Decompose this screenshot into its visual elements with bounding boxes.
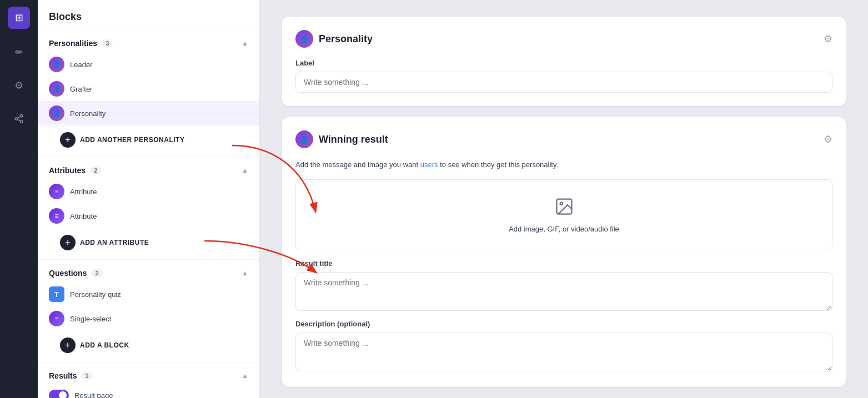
personalities-count: 3 — [102, 39, 113, 47]
sidebar-item-single-select[interactable]: ≡ Single-select ··· — [38, 306, 259, 331]
sidebar-item-result-page[interactable]: Result page ··· — [38, 385, 259, 398]
sidebar-item-personality[interactable]: 👤 Personality ··· — [38, 101, 259, 125]
text-icon: T — [49, 286, 64, 302]
card-title-group: 👤 Winning result — [295, 130, 388, 148]
svg-line-4 — [17, 117, 20, 118]
sidebar-item-leader[interactable]: 👤 Leader ··· — [38, 52, 259, 77]
questions-label: Questions — [49, 269, 87, 278]
sidebar: Blocks Personalities 3 ▲ 👤 Leader ··· 👤 … — [38, 0, 260, 398]
main-content: 👤 Personality ⚙ Label 👤 Winning result ⚙… — [260, 0, 868, 398]
personality-label-input[interactable] — [295, 72, 832, 93]
winning-result-description: Add the message and image you want users… — [295, 159, 832, 170]
winning-card-header: 👤 Winning result ⚙ — [295, 130, 832, 148]
add-personality-label: ADD ANOTHER PERSONALITY — [80, 136, 184, 144]
sidebar-item-attribute-2[interactable]: ≡ Attribute ··· — [38, 204, 259, 228]
add-icon: + — [60, 337, 76, 353]
section-personalities[interactable]: Personalities 3 ▲ — [38, 32, 259, 52]
chevron-up-icon: ▲ — [242, 269, 248, 277]
attributes-label: Attributes — [49, 166, 86, 175]
svg-line-3 — [17, 119, 20, 121]
svg-point-2 — [20, 120, 23, 123]
item-label: Personality quiz — [70, 290, 231, 299]
results-label: Results — [49, 371, 77, 380]
media-upload-area[interactable]: Add image, GIF, or video/audio file — [295, 179, 832, 250]
item-label: Single-select — [70, 315, 231, 323]
results-count: 1 — [82, 372, 93, 380]
card-title-group: 👤 Personality — [295, 30, 373, 48]
result-title-label: Result title — [295, 259, 832, 268]
add-another-personality-button[interactable]: + ADD ANOTHER PERSONALITY — [49, 128, 248, 152]
nav-icon-settings[interactable]: ⚙ — [9, 75, 29, 95]
add-attribute-label: ADD AN ATTRIBUTE — [80, 239, 149, 246]
item-label: Attribute — [70, 188, 231, 196]
sidebar-title: Blocks — [38, 0, 259, 32]
result-title-input[interactable] — [295, 272, 832, 311]
add-block-label: ADD A BLOCK — [80, 341, 129, 349]
description-input[interactable] — [295, 332, 832, 371]
divider — [38, 259, 259, 260]
person-icon: 👤 — [49, 105, 64, 121]
winning-result-card: 👤 Winning result ⚙ Add the message and i… — [282, 117, 846, 387]
section-attributes[interactable]: Attributes 2 ▲ — [38, 159, 259, 179]
svg-point-6 — [560, 202, 563, 205]
list-icon: ≡ — [49, 184, 64, 199]
personality-settings-button[interactable]: ⚙ — [824, 33, 832, 45]
person-icon: 👤 — [49, 81, 64, 97]
media-upload-label: Add image, GIF, or video/audio file — [509, 225, 619, 233]
item-label: Leader — [70, 61, 231, 69]
item-label: Attribute — [70, 212, 231, 220]
personality-card-icon: 👤 — [295, 30, 313, 48]
label-field-label: Label — [295, 59, 832, 67]
card-header: 👤 Personality ⚙ — [295, 30, 832, 48]
toggle-icon — [49, 390, 69, 398]
add-attribute-button[interactable]: + ADD AN ATTRIBUTE — [49, 230, 248, 255]
personalities-label: Personalities — [49, 39, 97, 48]
chevron-up-icon: ▲ — [242, 39, 248, 47]
personality-card: 👤 Personality ⚙ Label — [282, 17, 846, 106]
section-questions[interactable]: Questions 2 ▲ — [38, 262, 259, 282]
nav-icon-share[interactable] — [9, 109, 29, 129]
description-label: Description (optional) — [295, 320, 832, 328]
divider — [38, 157, 259, 157]
chevron-up-icon: ▲ — [242, 372, 248, 380]
winning-result-settings-button[interactable]: ⚙ — [824, 133, 832, 145]
section-results[interactable]: Results 1 ▲ — [38, 365, 259, 385]
svg-point-1 — [15, 118, 18, 120]
item-label: Grafter — [70, 85, 231, 93]
sidebar-item-grafter[interactable]: 👤 Grafter ··· — [38, 77, 259, 101]
chevron-up-icon: ▲ — [242, 167, 248, 174]
divider — [38, 362, 259, 362]
image-upload-icon — [554, 197, 574, 220]
item-label: Result page — [74, 391, 231, 399]
sidebar-item-personality-quiz[interactable]: T Personality quiz ··· — [38, 282, 259, 306]
list-icon: ≡ — [49, 208, 64, 224]
winning-result-card-icon: 👤 — [295, 130, 313, 148]
questions-count: 2 — [91, 269, 102, 277]
winning-result-card-title: Winning result — [319, 134, 388, 145]
nav-logo[interactable]: ⊞ — [8, 7, 30, 29]
add-icon: + — [60, 132, 76, 148]
personality-card-title: Personality — [319, 33, 373, 45]
svg-point-0 — [20, 115, 23, 118]
add-block-button[interactable]: + ADD A BLOCK — [49, 333, 248, 357]
list-icon: ≡ — [49, 311, 64, 326]
users-link[interactable]: users — [420, 160, 438, 169]
item-label: Personality — [70, 109, 231, 118]
person-icon: 👤 — [49, 57, 64, 72]
sidebar-item-attribute-1[interactable]: ≡ Attribute ··· — [38, 179, 259, 204]
nav-bar: ⊞ ✏ ⚙ — [0, 0, 38, 398]
attributes-count: 2 — [90, 167, 101, 174]
nav-icon-pencil[interactable]: ✏ — [9, 42, 29, 62]
add-icon: + — [60, 235, 76, 250]
